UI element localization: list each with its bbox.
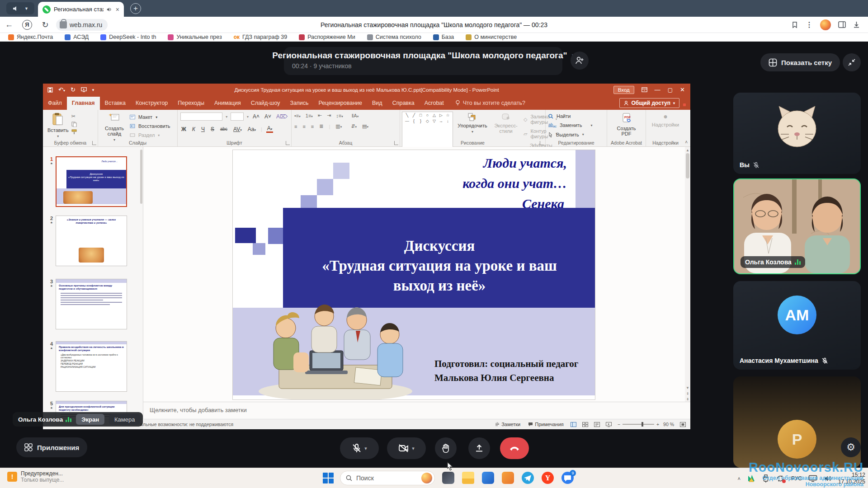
replace-button[interactable]: abac Заменить▾ [547, 122, 605, 129]
slideshow-icon[interactable] [81, 87, 87, 92]
bookmark-gdz[interactable]: окГДЗ параграф 39 [234, 34, 288, 40]
start-button[interactable] [323, 473, 334, 484]
camera-button[interactable]: ▾ [387, 437, 426, 459]
minimize-icon[interactable]: — [655, 86, 660, 93]
restore-icon[interactable]: ▢ [668, 87, 673, 93]
sign-in-button[interactable]: Вход [613, 86, 634, 94]
ribbon-options-icon[interactable] [642, 87, 647, 92]
blue-app-icon[interactable] [482, 472, 494, 484]
explorer-icon[interactable] [462, 472, 474, 484]
tab-close-icon[interactable]: × [116, 6, 119, 13]
tab-transitions[interactable]: Переходы [173, 97, 209, 110]
thumbnail-slide-2[interactable]: 2★ «Знания и умения учителя — залог твор… [47, 216, 127, 266]
slide-sorter-icon[interactable] [582, 422, 588, 427]
paste-button[interactable]: Вставить ▾ [45, 112, 71, 139]
bookmark-base[interactable]: База [433, 34, 454, 40]
strikethrough-button[interactable]: S [210, 126, 215, 132]
participant-tile-olga[interactable]: Ольга Козлова [733, 178, 861, 274]
new-slide-button[interactable]: Создать слайд ▾ [100, 112, 129, 143]
zoom-slider-knob[interactable] [642, 422, 643, 427]
thumbnail-slide-1[interactable]: 1★ Люди учатся… Дискуссия«Трудная ситуац… [47, 156, 127, 207]
create-pdf-button[interactable]: PDF Создать PDF [609, 112, 644, 137]
grow-font-icon[interactable]: A˄ [252, 113, 260, 120]
columns-icon[interactable]: ▥▾ [335, 123, 342, 129]
indent-icon[interactable]: ⇥ [327, 113, 331, 118]
participant-tile-extra[interactable]: Р [733, 376, 861, 468]
subscript-button[interactable]: abc [219, 127, 228, 131]
mic-options-chevron[interactable]: ▾ [364, 446, 367, 451]
next-slide-icon[interactable]: ⇟ [685, 397, 690, 401]
copy-icon[interactable] [71, 122, 77, 127]
text-direction-icon[interactable]: ‖A▾ [352, 113, 359, 118]
browser-sound-button[interactable]: ▼ [6, 2, 34, 14]
apps-button[interactable]: Приложения [16, 437, 87, 457]
comments-toggle[interactable]: Примечания [527, 421, 565, 428]
scroll-up-icon[interactable]: ▲ [685, 147, 690, 152]
scroll-down-icon[interactable]: ▼ [685, 386, 690, 390]
section-button[interactable]: Раздел▾ [129, 131, 171, 139]
tab-view[interactable]: Вид [367, 97, 387, 110]
zoom-control[interactable]: − + 90 % [618, 422, 674, 427]
bookmark-flag-icon[interactable] [791, 21, 798, 28]
taskbar-search[interactable]: Поиск [340, 471, 435, 485]
more-menu-icon[interactable]: ⋮ [806, 20, 813, 29]
usb-icon[interactable] [762, 474, 769, 483]
volume-icon[interactable] [824, 475, 832, 482]
bookmark-psych-system[interactable]: Система психоло [367, 34, 421, 40]
smartart-icon[interactable]: ▤▾ [362, 123, 368, 129]
zoom-out-icon[interactable]: − [618, 422, 620, 427]
sync-alert-icon[interactable] [776, 474, 785, 483]
numbering-icon[interactable]: 1≡▾ [306, 113, 313, 118]
reload-icon[interactable]: ↻ [36, 20, 54, 30]
scrollbar-thumb[interactable] [686, 153, 689, 178]
tab-file[interactable]: Файл [43, 97, 67, 110]
taskview-icon[interactable] [442, 472, 454, 484]
zoom-in-icon[interactable]: + [656, 422, 659, 427]
orange-app-icon[interactable] [502, 472, 514, 484]
find-button[interactable]: Найти [547, 113, 605, 120]
thumbnail-slide-3[interactable]: 3★ Основные причины конфликтов между пед… [47, 279, 127, 329]
tab-slideshow[interactable]: Слайд-шоу [246, 97, 285, 110]
panels-icon[interactable] [838, 21, 846, 28]
bookmark-yandex-mail[interactable]: Яндекс.Почта [8, 34, 53, 40]
collapse-ribbon-icon[interactable]: ˄ [685, 140, 688, 145]
tell-me-box[interactable]: Что вы хотите сделать? [449, 97, 530, 110]
align-right-icon[interactable]: ≡ [311, 124, 314, 129]
address-bar[interactable]: web.max.ru [56, 19, 108, 31]
bookmark-presentations[interactable]: Уникальные през [168, 34, 222, 40]
addins-button[interactable]: ● Надстройки [648, 112, 683, 128]
reset-button[interactable]: Восстановить [129, 122, 171, 130]
tab-design[interactable]: Конструктор [131, 97, 173, 110]
justify-icon[interactable]: ≣ [319, 123, 323, 129]
bookmark-ased[interactable]: АСЭД [65, 34, 89, 40]
font-name-select[interactable] [180, 113, 222, 121]
camera-toggle[interactable]: Камера [109, 414, 140, 425]
tab-record[interactable]: Запись [285, 97, 313, 110]
undo-icon[interactable]: ↶▾ [58, 86, 65, 93]
font-size-select[interactable] [231, 113, 244, 121]
change-case-button[interactable]: Aa▾ [247, 126, 257, 132]
yandex-browser-icon[interactable]: Y [542, 472, 554, 484]
add-participant-button[interactable] [571, 52, 589, 70]
bookmark-deepseek[interactable]: DeepSeek - Into th [100, 34, 156, 40]
zoom-slider[interactable] [623, 424, 654, 425]
hangup-button[interactable] [500, 437, 529, 459]
save-icon[interactable] [47, 87, 53, 93]
dialog-launcher-icon[interactable] [540, 141, 544, 145]
char-spacing-button[interactable]: AV▾ [232, 126, 243, 132]
select-button[interactable]: Выделить▾ [547, 131, 605, 138]
participant-tile-anastasia[interactable]: АМ Анастасия Мухаметшина [733, 281, 861, 370]
cut-icon[interactable]: ✂ [71, 113, 77, 119]
tab-review[interactable]: Рецензирование [313, 97, 367, 110]
dialog-launcher-icon[interactable] [286, 141, 290, 145]
screen-share-toggle[interactable]: Экран [76, 414, 104, 425]
format-painter-icon[interactable] [71, 129, 77, 135]
notes-toggle[interactable]: Заметки [494, 421, 521, 428]
slideshow-view-icon[interactable] [606, 422, 612, 427]
underline-button[interactable]: Ч [200, 126, 206, 132]
clear-format-icon[interactable]: A⌦ [275, 113, 288, 120]
display-icon[interactable] [808, 475, 817, 482]
tab-audio-icon[interactable] [107, 7, 112, 12]
tab-insert[interactable]: Вставка [100, 97, 131, 110]
slide-scrollbar[interactable]: ▲ ▼ ⇞ ⇟ [685, 147, 690, 402]
